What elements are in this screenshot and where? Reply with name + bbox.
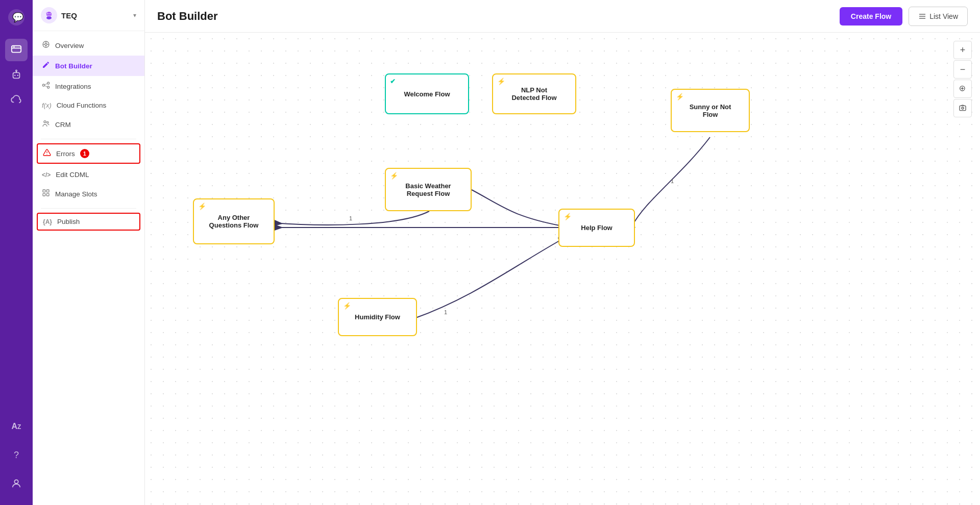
svg-point-6: [14, 74, 16, 76]
manage-slots-label: Manage Slots: [55, 190, 97, 198]
bot-dropdown-icon[interactable]: ▾: [133, 12, 136, 19]
sidebar-item-publish[interactable]: {A} Publish: [37, 213, 140, 231]
bot-name: TEQ: [61, 11, 129, 20]
humidity-flow-icon: ⚡: [343, 302, 351, 310]
svg-rect-2: [12, 46, 21, 53]
sidebar-item-integrations[interactable]: Integrations: [33, 76, 144, 96]
flow-node-help[interactable]: ⚡ Help Flow: [558, 209, 635, 247]
bot-builder-icon: [42, 61, 50, 71]
svg-point-24: [47, 86, 50, 88]
flow-node-sunny[interactable]: ⚡ Sunny or Not Flow: [671, 89, 750, 132]
iconbar-bot[interactable]: [5, 63, 28, 86]
sidebar-item-manage-slots[interactable]: Manage Slots: [33, 184, 144, 204]
svg-line-25: [44, 84, 47, 85]
svg-point-13: [47, 13, 48, 14]
nlp-flow-label: NLP Not Detected Flow: [511, 86, 556, 102]
svg-point-7: [17, 74, 18, 76]
sunny-flow-icon: ⚡: [676, 93, 684, 100]
help-flow-label: Help Flow: [581, 224, 612, 232]
sidebar: TEQ ▾ Overview Bot Bui: [33, 0, 145, 505]
crm-icon: [42, 119, 50, 130]
edit-cdml-icon: </>: [42, 171, 51, 179]
icon-bar: 💬 AZ ?: [0, 0, 33, 505]
svg-rect-33: [43, 193, 45, 196]
crm-label: CRM: [55, 121, 71, 129]
iconbar-help[interactable]: ?: [5, 444, 28, 466]
sidebar-item-overview[interactable]: Overview: [33, 35, 144, 56]
cloud-functions-label: Cloud Functions: [57, 102, 107, 109]
any-other-label: Any Other Questions Flow: [209, 214, 259, 229]
sidebar-item-errors[interactable]: Errors 1: [37, 143, 140, 164]
svg-rect-31: [43, 190, 45, 192]
main-content: Bot Builder Create Flow List View: [145, 0, 980, 505]
sidebar-header[interactable]: TEQ ▾: [33, 0, 144, 31]
integrations-label: Integrations: [55, 83, 91, 90]
svg-point-9: [16, 70, 17, 71]
flow-node-welcome[interactable]: ✔ Welcome Flow: [385, 73, 469, 114]
app-logo: 💬: [5, 6, 28, 29]
flow-node-any-other[interactable]: ⚡ Any Other Questions Flow: [193, 198, 275, 244]
iconbar-cloud[interactable]: [5, 88, 28, 110]
flow-node-humidity[interactable]: ⚡ Humidity Flow: [338, 298, 417, 336]
top-bar-actions: Create Flow List View: [840, 7, 968, 26]
svg-point-23: [47, 82, 50, 84]
svg-point-10: [14, 480, 18, 484]
overview-icon: [42, 40, 50, 50]
publish-label: Publish: [57, 218, 80, 225]
sidebar-item-edit-cdml[interactable]: </> Edit CDML: [33, 166, 144, 184]
fit-view-button[interactable]: [953, 80, 972, 98]
edge-label-bw-aoq: 1: [349, 215, 352, 221]
sidebar-nav: Overview Bot Builder Integrations: [33, 31, 144, 505]
bot-builder-label: Bot Builder: [55, 62, 92, 70]
welcome-flow-check-icon: ✔: [390, 78, 396, 85]
svg-rect-46: [960, 106, 966, 110]
sidebar-item-crm[interactable]: CRM: [33, 114, 144, 135]
integrations-icon: [42, 81, 50, 91]
iconbar-user[interactable]: [5, 472, 28, 495]
list-view-label: List View: [929, 12, 958, 20]
zoom-out-button[interactable]: −: [953, 60, 972, 79]
edit-cdml-label: Edit CDML: [56, 171, 89, 179]
svg-point-27: [44, 121, 46, 123]
sunny-flow-label: Sunny or Not Flow: [690, 103, 731, 118]
humidity-flow-label: Humidity Flow: [355, 313, 400, 321]
flow-node-basic-weather[interactable]: ⚡ Basic Weather Request Flow: [385, 168, 472, 211]
iconbar-chat[interactable]: [5, 39, 28, 61]
bot-avatar: [41, 7, 57, 23]
zoom-controls: + −: [953, 41, 972, 117]
screenshot-button[interactable]: [953, 99, 972, 117]
errors-badge: 1: [80, 149, 89, 158]
sidebar-item-cloud-functions[interactable]: f(x) Cloud Functions: [33, 96, 144, 114]
svg-point-22: [42, 84, 44, 86]
svg-rect-5: [13, 72, 20, 78]
basic-weather-icon: ⚡: [390, 172, 398, 180]
welcome-flow-label: Welcome Flow: [404, 90, 450, 98]
errors-icon: [43, 148, 51, 159]
nlp-flow-icon: ⚡: [497, 78, 505, 85]
svg-point-47: [962, 107, 964, 109]
any-other-icon: ⚡: [198, 203, 206, 210]
create-flow-button[interactable]: Create Flow: [840, 7, 902, 26]
svg-point-28: [47, 121, 48, 123]
list-view-button[interactable]: List View: [909, 7, 968, 26]
svg-point-15: [46, 16, 52, 19]
errors-label: Errors: [56, 150, 75, 158]
flow-canvas[interactable]: 1 1 1 ✔ Welcome Flow ⚡ NLP Not Detected …: [145, 33, 980, 505]
sidebar-divider-2: [41, 208, 136, 209]
iconbar-bottom: AZ ?: [5, 415, 28, 497]
edge-label-hum-help: 1: [444, 309, 447, 315]
manage-slots-icon: [42, 189, 50, 199]
svg-rect-32: [46, 190, 49, 192]
iconbar-translate[interactable]: AZ: [5, 415, 28, 438]
basic-weather-label: Basic Weather Request Flow: [405, 182, 451, 197]
sidebar-item-bot-builder[interactable]: Bot Builder: [33, 56, 144, 76]
flow-node-nlp[interactable]: ⚡ NLP Not Detected Flow: [492, 73, 576, 114]
svg-line-26: [44, 86, 47, 87]
svg-text:💬: 💬: [12, 12, 24, 23]
help-flow-icon: ⚡: [564, 213, 572, 220]
svg-point-30: [46, 154, 47, 155]
overview-label: Overview: [55, 42, 84, 49]
edge-label-sun-help: 1: [671, 178, 674, 184]
page-title: Bot Builder: [157, 10, 218, 23]
zoom-in-button[interactable]: +: [953, 41, 972, 59]
